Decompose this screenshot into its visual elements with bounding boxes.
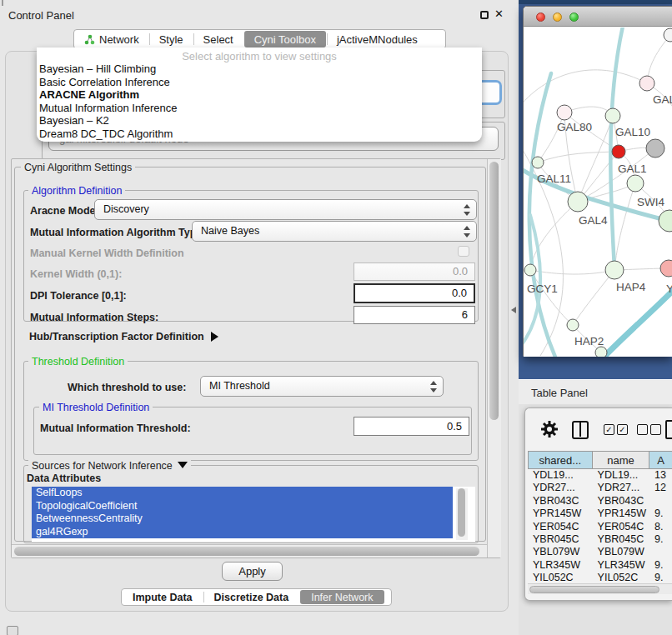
settings-horizontal-scrollbar[interactable]: [12, 544, 487, 558]
table-row[interactable]: YBR043CYBR043C: [528, 495, 672, 508]
network-node-label: SWI4: [637, 196, 664, 208]
table-cell: YDL19...: [528, 469, 593, 482]
network-node[interactable]: [612, 145, 625, 158]
close-icon[interactable]: ✕: [494, 8, 504, 20]
mi-type-combo[interactable]: Naive Bayes: [192, 221, 477, 242]
which-threshold-label: Which threshold to use:: [68, 382, 186, 393]
table-horizontal-thumb[interactable]: [529, 586, 659, 593]
manual-kernel-checkbox[interactable]: [458, 246, 469, 257]
algorithm-option[interactable]: ARACNE Algorithm: [37, 88, 482, 102]
checked-checkbox-icon[interactable]: ✓: [617, 424, 628, 435]
network-node[interactable]: [605, 261, 624, 279]
network-node[interactable]: [567, 319, 579, 331]
algorithm-option[interactable]: Bayesian – Hill Climbing: [37, 62, 482, 76]
table-panel-title: Table Panel: [531, 387, 588, 399]
network-node[interactable]: [639, 76, 654, 91]
table-column-header[interactable]: shared...: [528, 451, 593, 469]
tab-cyni-toolbox[interactable]: Cyni Toolbox: [244, 31, 326, 48]
table-row[interactable]: YBR045CYBR045C9.: [528, 533, 672, 546]
attributes-scroll-thumb[interactable]: [458, 488, 465, 537]
unchecked-checkbox-icon[interactable]: [650, 424, 661, 435]
tab-network[interactable]: Network: [74, 30, 149, 48]
tab-jactivemnodules[interactable]: jActiveMNodules: [327, 30, 428, 48]
tab-impute-data[interactable]: Impute Data: [122, 589, 203, 605]
mi-threshold-field[interactable]: 0.5: [354, 417, 469, 436]
stepper-icon: [464, 226, 470, 238]
attribute-list-item[interactable]: gal4RGexp: [32, 526, 453, 539]
tab-infer-network-label: Infer Network: [311, 592, 373, 603]
table-cell: 13: [649, 469, 672, 482]
tab-discretize-data[interactable]: Discretize Data: [203, 589, 300, 605]
kernel-width-field[interactable]: 0.0: [354, 262, 475, 281]
algorithm-option[interactable]: Mutual Information Inference: [37, 102, 482, 115]
desktop-top-strip: [519, 0, 672, 4]
algorithm-option[interactable]: Basic Correlation Inference: [37, 76, 482, 89]
settings-horizontal-thumb[interactable]: [14, 547, 479, 556]
table-row[interactable]: YBL079WYBL079W: [528, 546, 672, 558]
network-node[interactable]: [646, 139, 664, 158]
tab-infer-network[interactable]: Infer Network: [300, 590, 384, 604]
network-node-label: GCY1: [527, 282, 558, 295]
minimize-traffic-light[interactable]: [553, 12, 562, 22]
algorithm-option[interactable]: Dream8 DC_TDC Algorithm: [37, 128, 482, 141]
panel-grip-icon[interactable]: [7, 626, 18, 635]
network-canvas[interactable]: GALGAL80GAL10GAL1GAL11SWI4GAL4GCY1HAP4YH…: [524, 28, 672, 357]
tab-network-label: Network: [99, 33, 139, 46]
table-row[interactable]: YDR27...YDR27...12: [528, 482, 672, 494]
table-horizontal-scrollbar[interactable]: [528, 583, 672, 594]
tab-select[interactable]: Select: [193, 30, 243, 48]
dpi-tolerance-field[interactable]: 0.0: [354, 283, 475, 303]
table-window: ✓ ✓ shared...nameA YDL19...YDL19...13YDR…: [524, 408, 672, 601]
aracne-mode-combo[interactable]: Discovery: [94, 199, 477, 220]
algorithm-option[interactable]: Bayesian – K2: [37, 114, 482, 128]
settings-vertical-thumb[interactable]: [489, 162, 499, 420]
network-node[interactable]: [664, 28, 672, 42]
zoom-traffic-light[interactable]: [569, 12, 579, 22]
unchecked-checkbox-icon[interactable]: [637, 424, 648, 435]
network-icon: [84, 34, 95, 45]
float-window-icon[interactable]: [480, 11, 489, 19]
table-cell: YPR145W: [528, 508, 593, 520]
table-cell: YER054C: [593, 521, 649, 533]
table-column-header[interactable]: A: [649, 451, 672, 469]
network-node[interactable]: [660, 260, 672, 277]
mi-steps-field[interactable]: 6: [354, 306, 475, 324]
hub-definition-expander[interactable]: Hub/Transcription Factor Definition: [29, 331, 218, 342]
expander-down-icon: [178, 462, 188, 468]
network-node[interactable]: [557, 105, 572, 120]
network-window-titlebar[interactable]: [524, 7, 672, 27]
network-node-label: HAP2: [574, 335, 604, 348]
table-column-header[interactable]: name: [593, 451, 649, 469]
attribute-list-item[interactable]: BetweennessCentrality: [32, 512, 453, 526]
hub-definition-label: Hub/Transcription Factor Definition: [29, 331, 204, 342]
close-traffic-light[interactable]: [536, 12, 545, 22]
attribute-list-item[interactable]: SelfLoops: [32, 487, 453, 500]
columns-icon[interactable]: [572, 421, 589, 439]
network-node[interactable]: [659, 210, 672, 232]
network-node[interactable]: [568, 192, 588, 212]
table-cell: YER054C: [528, 521, 593, 533]
attributes-scrollbar[interactable]: [456, 488, 468, 540]
table-row[interactable]: YDL19...YDL19...13: [528, 469, 672, 482]
checked-checkbox-icon[interactable]: ✓: [604, 424, 614, 435]
table-row[interactable]: YPR145WYPR145W9.: [528, 508, 672, 520]
table-cell: YBR043C: [528, 495, 593, 508]
apply-button[interactable]: Apply: [222, 562, 283, 581]
panel-collapse-icon[interactable]: [511, 307, 516, 313]
manual-kernel-label: Manual Kernel Width Definition: [30, 248, 184, 259]
network-node[interactable]: [532, 157, 544, 168]
table-row[interactable]: YLR345WYLR345W9.: [528, 559, 672, 572]
page-icon[interactable]: [665, 420, 672, 439]
network-node[interactable]: [627, 175, 644, 192]
table-cell: 9.: [649, 508, 672, 520]
network-node[interactable]: [605, 108, 620, 123]
network-node[interactable]: [524, 264, 536, 276]
tab-style[interactable]: Style: [149, 30, 193, 48]
which-threshold-combo[interactable]: MI Threshold: [200, 376, 444, 397]
network-node[interactable]: [595, 347, 607, 357]
sources-expander[interactable]: Sources for Network Inference: [28, 460, 191, 472]
table-row[interactable]: YER054CYER054C8.: [528, 521, 672, 533]
attribute-list-item[interactable]: TopologicalCoefficient: [32, 500, 453, 513]
gear-icon[interactable]: [540, 420, 559, 438]
settings-vertical-scrollbar[interactable]: [487, 159, 501, 558]
